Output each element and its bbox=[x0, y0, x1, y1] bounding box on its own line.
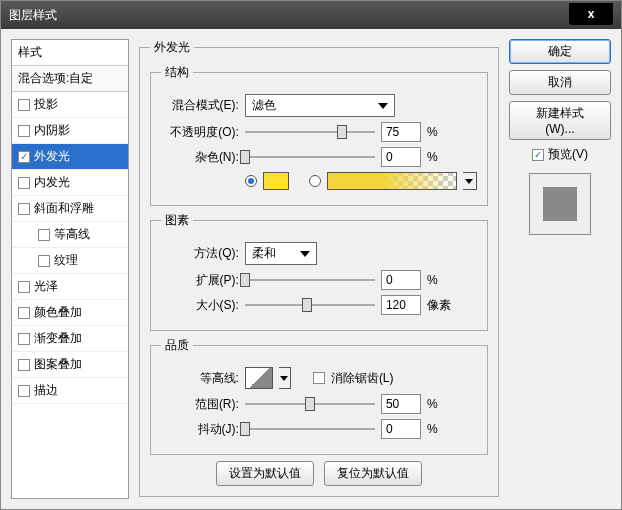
style-item-1[interactable]: 内阴影 bbox=[12, 118, 128, 144]
blend-mode-value: 滤色 bbox=[252, 97, 276, 114]
preview-swatch bbox=[543, 187, 577, 221]
style-label: 内发光 bbox=[34, 174, 70, 191]
new-style-button[interactable]: 新建样式(W)... bbox=[509, 101, 611, 140]
range-unit: % bbox=[427, 397, 457, 411]
gradient-strip[interactable] bbox=[327, 172, 457, 190]
style-label: 外发光 bbox=[34, 148, 70, 165]
color-radio-solid[interactable] bbox=[245, 175, 257, 187]
technique-value: 柔和 bbox=[252, 245, 276, 262]
style-checkbox[interactable] bbox=[18, 359, 30, 371]
style-checkbox[interactable] bbox=[18, 385, 30, 397]
ok-button[interactable]: 确定 bbox=[509, 39, 611, 64]
cancel-button[interactable]: 取消 bbox=[509, 70, 611, 95]
outer-glow-group: 外发光 结构 混合模式(E): 滤色 不透明度(O): 75 bbox=[139, 39, 499, 497]
style-label: 内阴影 bbox=[34, 122, 70, 139]
opacity-unit: % bbox=[427, 125, 457, 139]
reset-default-button[interactable]: 复位为默认值 bbox=[324, 461, 422, 486]
structure-group: 结构 混合模式(E): 滤色 不透明度(O): 75 % bbox=[150, 64, 488, 206]
style-label: 纹理 bbox=[54, 252, 78, 269]
styles-panel: 样式 混合选项:自定 投影内阴影✓外发光内发光斜面和浮雕等高线纹理光泽颜色叠加渐… bbox=[11, 39, 129, 499]
style-item-11[interactable]: 描边 bbox=[12, 378, 128, 404]
style-label: 图案叠加 bbox=[34, 356, 82, 373]
solid-color-swatch[interactable] bbox=[263, 172, 289, 190]
noise-input[interactable]: 0 bbox=[381, 147, 421, 167]
blend-mode-label: 混合模式(E): bbox=[161, 97, 239, 114]
style-label: 斜面和浮雕 bbox=[34, 200, 94, 217]
style-checkbox[interactable] bbox=[18, 203, 30, 215]
style-item-10[interactable]: 图案叠加 bbox=[12, 352, 128, 378]
window-title: 图层样式 bbox=[9, 7, 57, 24]
noise-slider[interactable] bbox=[245, 148, 375, 166]
opacity-input[interactable]: 75 bbox=[381, 122, 421, 142]
jitter-input[interactable]: 0 bbox=[381, 419, 421, 439]
style-item-4[interactable]: 斜面和浮雕 bbox=[12, 196, 128, 222]
technique-label: 方法(Q): bbox=[161, 245, 239, 262]
style-label: 颜色叠加 bbox=[34, 304, 82, 321]
noise-label: 杂色(N): bbox=[161, 149, 239, 166]
spread-input[interactable]: 0 bbox=[381, 270, 421, 290]
chevron-down-icon bbox=[378, 103, 388, 109]
spread-unit: % bbox=[427, 273, 457, 287]
structure-legend: 结构 bbox=[161, 64, 193, 81]
make-default-button[interactable]: 设置为默认值 bbox=[216, 461, 314, 486]
spread-label: 扩展(P): bbox=[161, 272, 239, 289]
close-icon: x bbox=[588, 7, 595, 21]
noise-unit: % bbox=[427, 150, 457, 164]
elements-group: 图素 方法(Q): 柔和 扩展(P): 0 % bbox=[150, 212, 488, 331]
antialias-checkbox[interactable] bbox=[313, 372, 325, 384]
style-item-5[interactable]: 等高线 bbox=[12, 222, 128, 248]
color-radio-gradient[interactable] bbox=[309, 175, 321, 187]
spread-slider[interactable] bbox=[245, 271, 375, 289]
style-item-7[interactable]: 光泽 bbox=[12, 274, 128, 300]
right-panel: 确定 取消 新建样式(W)... ✓ 预览(V) bbox=[509, 39, 611, 499]
dialog-window: 图层样式 x 样式 混合选项:自定 投影内阴影✓外发光内发光斜面和浮雕等高线纹理… bbox=[0, 0, 622, 510]
style-item-0[interactable]: 投影 bbox=[12, 92, 128, 118]
size-unit: 像素 bbox=[427, 297, 457, 314]
styles-header[interactable]: 样式 bbox=[12, 40, 128, 66]
size-label: 大小(S): bbox=[161, 297, 239, 314]
opacity-label: 不透明度(O): bbox=[161, 124, 239, 141]
technique-dropdown[interactable]: 柔和 bbox=[245, 242, 317, 265]
range-slider[interactable] bbox=[245, 395, 375, 413]
style-label: 渐变叠加 bbox=[34, 330, 82, 347]
quality-group: 品质 等高线: 消除锯齿(L) 范围(R): 50 % bbox=[150, 337, 488, 455]
style-checkbox[interactable] bbox=[18, 333, 30, 345]
options-panel: 外发光 结构 混合模式(E): 滤色 不透明度(O): 75 bbox=[139, 39, 499, 499]
style-checkbox[interactable] bbox=[18, 307, 30, 319]
titlebar: 图层样式 x bbox=[1, 1, 621, 29]
contour-picker[interactable] bbox=[245, 367, 273, 389]
style-label: 光泽 bbox=[34, 278, 58, 295]
style-checkbox[interactable] bbox=[38, 255, 50, 267]
style-checkbox[interactable]: ✓ bbox=[18, 151, 30, 163]
style-checkbox[interactable] bbox=[38, 229, 50, 241]
size-input[interactable]: 120 bbox=[381, 295, 421, 315]
blend-mode-dropdown[interactable]: 滤色 bbox=[245, 94, 395, 117]
size-slider[interactable] bbox=[245, 296, 375, 314]
contour-label: 等高线: bbox=[161, 370, 239, 387]
style-checkbox[interactable] bbox=[18, 99, 30, 111]
style-item-3[interactable]: 内发光 bbox=[12, 170, 128, 196]
range-input[interactable]: 50 bbox=[381, 394, 421, 414]
style-label: 投影 bbox=[34, 96, 58, 113]
gradient-menu-button[interactable] bbox=[463, 172, 477, 190]
chevron-down-icon bbox=[300, 251, 310, 257]
preview-box bbox=[529, 173, 591, 235]
style-item-8[interactable]: 颜色叠加 bbox=[12, 300, 128, 326]
jitter-slider[interactable] bbox=[245, 420, 375, 438]
style-checkbox[interactable] bbox=[18, 125, 30, 137]
style-item-6[interactable]: 纹理 bbox=[12, 248, 128, 274]
preview-checkbox[interactable]: ✓ bbox=[532, 149, 544, 161]
jitter-unit: % bbox=[427, 422, 457, 436]
style-checkbox[interactable] bbox=[18, 177, 30, 189]
style-checkbox[interactable] bbox=[18, 281, 30, 293]
preview-label: 预览(V) bbox=[548, 146, 588, 163]
elements-legend: 图素 bbox=[161, 212, 193, 229]
close-button[interactable]: x bbox=[569, 3, 613, 25]
contour-menu-button[interactable] bbox=[279, 367, 291, 389]
style-item-2[interactable]: ✓外发光 bbox=[12, 144, 128, 170]
antialias-label: 消除锯齿(L) bbox=[331, 370, 394, 387]
blending-options[interactable]: 混合选项:自定 bbox=[12, 66, 128, 92]
style-item-9[interactable]: 渐变叠加 bbox=[12, 326, 128, 352]
opacity-slider[interactable] bbox=[245, 123, 375, 141]
jitter-label: 抖动(J): bbox=[161, 421, 239, 438]
